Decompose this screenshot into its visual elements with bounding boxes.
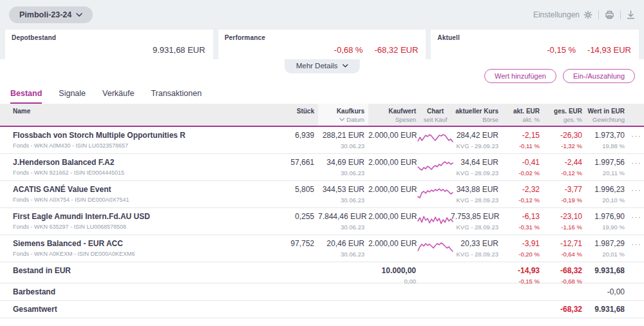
kauf-datum: 30.06.23 xyxy=(318,251,365,258)
position-name-link[interactable]: J.Henderson Balanced F.A2 xyxy=(13,158,249,168)
deposit-withdrawal-button[interactable]: Ein-/Auszahlung xyxy=(563,69,635,83)
sparkline-chart[interactable] xyxy=(420,212,451,235)
aktuell-value: -14,93 EUR xyxy=(587,45,631,55)
column-ges-eur[interactable]: ges. EUR ges. % xyxy=(544,107,586,126)
sparkline-chart[interactable] xyxy=(420,185,451,207)
gewichtung-value: 19,88 % xyxy=(586,142,625,149)
ges-pct-value: -0,19 % xyxy=(544,197,582,204)
add-value-button[interactable]: Wert hinzufügen xyxy=(484,69,556,83)
akt-pct-value: -0,20 % xyxy=(502,251,540,258)
gesamtwert-row: Gesamtwert -68,32 9.931,68 xyxy=(0,301,644,318)
akt-pct-value: -0,11 % xyxy=(502,142,540,149)
printer-icon xyxy=(605,10,614,19)
position-details: Fonds - WKN A0X754 - ISIN DE000A0X7541 xyxy=(13,197,249,203)
kaufwert-value: 2.000,00 EUR xyxy=(368,212,416,222)
bestand-total-row: Bestand in EUR 10.000,00 0,00 -14,93 -0,… xyxy=(0,262,644,283)
ges-pct-value: -0,64 % xyxy=(544,251,582,258)
gear-icon xyxy=(583,10,592,19)
akt-eur-value: -2,32 xyxy=(502,185,540,195)
position-row: ACATIS GANÉ Value Event Fonds - WKN A0X7… xyxy=(0,181,644,208)
kurs-quelle: KVG - 28.09.23 xyxy=(451,197,498,204)
chevron-down-icon xyxy=(76,13,82,17)
sort-descending-icon xyxy=(339,118,345,121)
stueck-value: 97,752 xyxy=(249,239,314,249)
aktuell-label: Aktuell xyxy=(437,34,460,41)
position-row: Flossbach von Storch Multiple Opportunit… xyxy=(0,127,644,154)
barbestand-row: Barbestand -0,00 xyxy=(0,283,644,301)
kaufwert-value: 2.000,00 EUR xyxy=(368,158,416,168)
row-menu-icon[interactable]: ··· xyxy=(631,131,641,140)
position-name-link[interactable]: Siemens Balanced - EUR ACC xyxy=(13,239,249,249)
aktueller-kurs-value: 7.753,85 EUR xyxy=(451,212,498,222)
kaufwert-value: 2.000,00 EUR xyxy=(368,185,416,195)
portfolio-selector[interactable]: Pimboli-23-24 xyxy=(9,6,93,23)
settings-button[interactable]: Einstellungen xyxy=(533,10,592,19)
total-wert: 9.931,68 xyxy=(586,266,625,276)
akt-pct-value: -0,02 % xyxy=(502,169,540,177)
position-details: Fonds - WKN A0M430 - ISIN LU0323578657 xyxy=(13,142,249,149)
mehr-details-button[interactable]: Mehr Details xyxy=(285,59,360,73)
divider xyxy=(620,10,621,19)
settings-cluster: Einstellungen xyxy=(533,10,635,19)
chevron-down-icon xyxy=(342,64,348,68)
kauf-datum: 30.06.23 xyxy=(318,197,365,204)
total-kaufwert: 10.000,00 xyxy=(368,266,416,276)
total-spesen: 0,00 xyxy=(368,278,416,285)
column-akt-eur[interactable]: akt. EUR akt. % xyxy=(502,107,544,126)
top-bar: Pimboli-23-24 Einstellungen xyxy=(5,5,639,30)
kaufkurs-value: 344,53 EUR xyxy=(318,185,365,195)
barbestand-label: Barbestand xyxy=(13,283,249,300)
gesamtwert-ges-eur: -68,32 xyxy=(544,301,582,318)
wert-value: 1.976,90 xyxy=(586,212,625,222)
row-menu-icon[interactable]: ··· xyxy=(631,158,641,168)
column-stueck[interactable]: Stück xyxy=(249,107,318,126)
stueck-value: 57,661 xyxy=(249,158,314,168)
stueck-value: 6,939 xyxy=(249,131,314,140)
tab-verkaeufe[interactable]: Verkäufe xyxy=(102,89,134,104)
position-details: Fonds - WKN A0KEXM - ISIN DE000A0KEXM6 xyxy=(13,251,249,257)
row-menu-icon[interactable]: ··· xyxy=(631,239,641,249)
ges-eur-value: -23,10 xyxy=(544,212,582,222)
table-header: Name Stück Kaufkurs Datum Kaufwert Spese… xyxy=(0,104,644,127)
row-menu-icon[interactable]: ··· xyxy=(631,185,641,195)
download-button[interactable] xyxy=(627,10,635,19)
sparkline-chart[interactable] xyxy=(420,158,451,180)
aktuell-percent: -0,15 % xyxy=(547,45,576,55)
column-kaufkurs[interactable]: Kaufkurs Datum xyxy=(318,104,368,126)
position-name-link[interactable]: Flossbach von Storch Multiple Opportunit… xyxy=(13,131,249,140)
position-details: Fonds - WKN 635297 - ISIN LU0068578508 xyxy=(13,224,249,230)
column-aktueller-kurs[interactable]: aktueller Kurs Börse xyxy=(451,107,502,126)
tab-signale[interactable]: Signale xyxy=(59,89,86,104)
tab-bestand[interactable]: Bestand xyxy=(10,89,42,104)
sparkline-chart[interactable] xyxy=(420,131,451,153)
action-buttons: Wert hinzufügen Ein-/Auszahlung xyxy=(484,69,635,83)
column-chart[interactable]: Chart seit Kauf xyxy=(420,107,451,126)
position-row: Siemens Balanced - EUR ACC Fonds - WKN A… xyxy=(0,235,644,262)
depotbestand-label: Depotbestand xyxy=(12,34,56,41)
column-wert-in-eur[interactable]: Wert in EUR Gewichtung xyxy=(586,107,629,126)
tab-bar: Bestand Signale Verkäufe Transaktionen xyxy=(0,85,644,104)
akt-eur-value: -3,91 xyxy=(502,239,540,249)
position-name-link[interactable]: First Eagle Amundi Intern.Fd.AU USD xyxy=(13,212,249,222)
aktuell-card: Aktuell -0,15 % -14,93 EUR xyxy=(431,30,639,59)
position-name-link[interactable]: ACATIS GANÉ Value Event xyxy=(13,185,249,195)
column-kaufwert[interactable]: Kaufwert Spesen xyxy=(368,107,420,126)
sparkline-chart[interactable] xyxy=(420,239,451,262)
divider xyxy=(598,10,599,19)
kaufkurs-value: 20,46 EUR xyxy=(318,239,365,249)
sparkline xyxy=(418,243,453,251)
depotbestand-value: 9.931,68 EUR xyxy=(153,45,205,55)
settings-label: Einstellungen xyxy=(533,10,580,19)
aktueller-kurs-value: 34,64 EUR xyxy=(451,158,498,168)
row-menu-icon[interactable]: ··· xyxy=(631,212,641,222)
aktueller-kurs-value: 343,88 EUR xyxy=(451,185,498,195)
sparkline xyxy=(418,162,453,170)
akt-eur-value: -0,41 xyxy=(502,158,540,168)
print-button[interactable] xyxy=(605,10,614,19)
total-akt-eur: -14,93 xyxy=(502,266,540,276)
sub-header-strip: Mehr Details Wert hinzufügen Ein-/Auszah… xyxy=(0,59,644,85)
column-name[interactable]: Name xyxy=(6,107,249,126)
aktueller-kurs-value: 20,33 EUR xyxy=(451,239,498,249)
ges-pct-value: -0,12 % xyxy=(544,169,582,177)
tab-transaktionen[interactable]: Transaktionen xyxy=(151,89,202,104)
